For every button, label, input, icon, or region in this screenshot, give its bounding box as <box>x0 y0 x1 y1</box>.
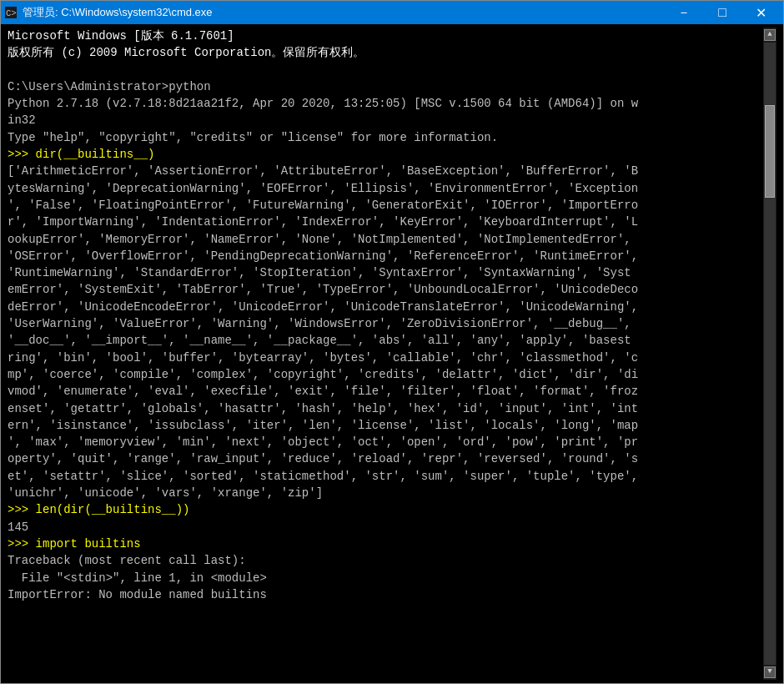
console-line: r', 'ImportWarning', 'IndentationError',… <box>8 215 638 229</box>
console-line: ', 'max', 'memoryview', 'min', 'next', '… <box>8 435 638 449</box>
console-line: 'unichr', 'unicode', 'vars', 'xrange', '… <box>8 486 323 500</box>
scroll-track[interactable] <box>764 43 776 665</box>
console-line: emError', 'SystemExit', 'TabError', 'Tru… <box>8 283 638 296</box>
console-line: Microsoft Windows [版本 6.1.7601] <box>8 29 234 43</box>
scroll-down-button[interactable]: ▼ <box>764 666 776 678</box>
console-line: 'UserWarning', 'ValueError', 'Warning', … <box>8 317 631 330</box>
console-line: 145 <box>8 521 28 534</box>
console-line: >>> import builtins <box>8 537 141 551</box>
console-line: mp', 'coerce', 'compile', 'complex', 'co… <box>8 368 638 381</box>
console-line: ern', 'isinstance', 'issubclass', 'iter'… <box>8 419 638 432</box>
console-area[interactable]: Microsoft Windows [版本 6.1.7601] 版权所有 (c)… <box>1 24 783 683</box>
console-line: deError', 'UnicodeEncodeError', 'Unicode… <box>8 300 638 314</box>
scroll-thumb[interactable] <box>765 105 775 199</box>
console-line: ring', 'bin', 'bool', 'buffer', 'bytearr… <box>8 351 638 365</box>
console-line: ImportError: No module named builtins <box>8 588 267 601</box>
console-line: 'OSError', 'OverflowError', 'PendingDepr… <box>8 249 638 263</box>
console-line: operty', 'quit', 'range', 'raw_input', '… <box>8 452 638 465</box>
console-line: ', 'False', 'FloatingPointError', 'Futur… <box>8 199 638 212</box>
maximize-button[interactable]: □ <box>703 1 741 24</box>
console-line: Type "help", "copyright", "credits" or "… <box>8 131 498 144</box>
console-line: 版权所有 (c) 2009 Microsoft Corporation。保留所有… <box>8 46 364 59</box>
cmd-icon: C> <box>4 6 18 19</box>
console-line: ytesWarning', 'DeprecationWarning', 'EOF… <box>8 182 638 195</box>
console-line: ookupError', 'MemoryError', 'NameError',… <box>8 233 631 246</box>
console-line: File "<stdin>", line 1, in <module> <box>8 571 267 585</box>
console-line: enset', 'getattr', 'globals', 'hasattr',… <box>8 402 638 415</box>
window-title: 管理员: C:\Windows\system32\cmd.exe <box>23 5 213 20</box>
scrollbar[interactable]: ▲ ▼ <box>763 28 776 680</box>
title-bar-left: C> 管理员: C:\Windows\system32\cmd.exe <box>4 5 213 20</box>
console-line: Python 2.7.18 (v2.7.18:8d21aa21f2, Apr 2… <box>8 97 638 110</box>
console-line: ['ArithmeticError', 'AssertionError', 'A… <box>8 164 638 178</box>
console-line: >>> len(dir(__builtins__)) <box>8 503 189 516</box>
scroll-up-button[interactable]: ▲ <box>764 29 776 41</box>
svg-text:C>: C> <box>6 8 17 18</box>
console-line: C:\Users\Administrator>python <box>8 80 211 93</box>
close-button[interactable]: ✕ <box>741 1 780 24</box>
console-line: >>> dir(__builtins__) <box>8 148 154 161</box>
console-line: et', 'setattr', 'slice', 'sorted', 'stat… <box>8 470 638 483</box>
console-line: Traceback (most recent call last): <box>8 554 246 567</box>
console-line: vmod', 'enumerate', 'eval', 'execfile', … <box>8 385 638 398</box>
window-controls: － □ ✕ <box>665 1 780 24</box>
console-output: Microsoft Windows [版本 6.1.7601] 版权所有 (c)… <box>8 28 763 680</box>
minimize-button[interactable]: － <box>665 1 703 24</box>
console-line: in32 <box>8 113 36 127</box>
console-line: '__doc__', '__import__', '__name__', '__… <box>8 334 631 347</box>
console-line: 'RuntimeWarning', 'StandardError', 'Stop… <box>8 266 631 279</box>
title-bar: C> 管理员: C:\Windows\system32\cmd.exe － □ … <box>1 1 783 24</box>
cmd-window: C> 管理员: C:\Windows\system32\cmd.exe － □ … <box>0 0 784 684</box>
